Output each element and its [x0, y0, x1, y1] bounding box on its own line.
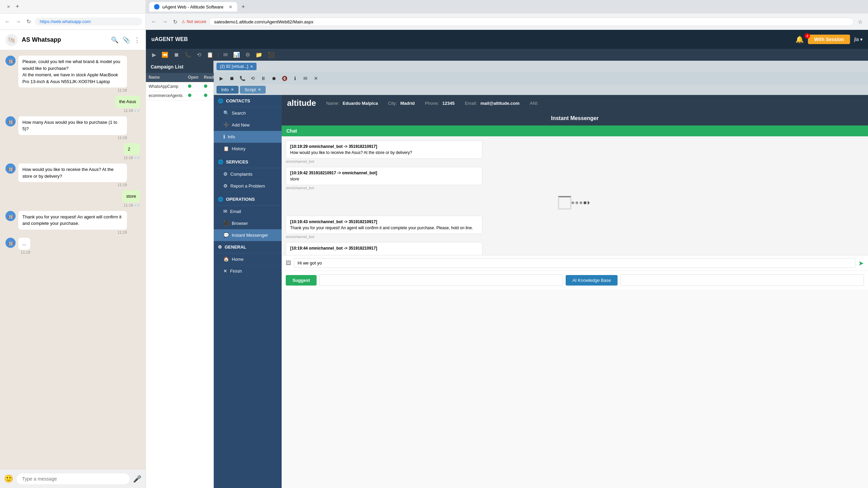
nav-forward[interactable]: → [14, 17, 22, 26]
message-time: 11:19 [18, 230, 127, 234]
with-session-button[interactable]: With Session [808, 35, 850, 44]
table-row[interactable]: ecommerceAgents [146, 91, 219, 100]
ai-result-area[interactable] [620, 274, 864, 286]
sidebar-item-search[interactable]: 🔍 Search [214, 107, 282, 119]
back-icon[interactable]: ← [150, 17, 158, 26]
msg-text: Thank you for your request! An agent wil… [290, 226, 473, 230]
tool-btn-3[interactable]: ⏹ [172, 51, 181, 59]
mute-icon[interactable]: 🔇 [280, 74, 289, 83]
browser-tab-bar: uAgent Web - Altitude Software ✕ + [146, 0, 868, 14]
tool-btn-9[interactable]: ⚙ [243, 50, 252, 59]
whatsapp-message-input[interactable] [17, 473, 130, 484]
tab-favicon [154, 4, 159, 9]
action-toolbar: ▶ ⏹ 📞 ⟲ ⏸ ⏺ 🔇 ℹ ✉ ✕ [214, 72, 868, 84]
send-button[interactable]: ➤ [858, 259, 864, 267]
whatsapp-tab-close[interactable]: ✕ [7, 4, 10, 9]
tool-btn-1[interactable]: ▶ [150, 50, 158, 59]
sidebar-item-finish[interactable]: ✕ Finish [214, 265, 282, 277]
ai-knowledge-base-button[interactable]: AI Knowledge Base [566, 275, 618, 286]
services-section: 🌐 SERVICES [214, 156, 282, 168]
tool-btn-6[interactable]: 📋 [205, 50, 215, 59]
tool-btn-8[interactable]: 📊 [231, 50, 242, 59]
info-icon[interactable]: ℹ [290, 74, 300, 83]
tool-btn-10[interactable]: 📁 [253, 50, 264, 59]
campaign-panel: Campaign List Name Open Ready WhatsAppCa… [146, 61, 214, 488]
tool-btn-2[interactable]: ⏪ [159, 50, 170, 59]
message-bubble: the Asus [115, 96, 140, 108]
notification-bell-icon[interactable]: 🔔 [795, 36, 804, 43]
new-tab-icon[interactable]: + [239, 3, 248, 11]
sidebar-item-home[interactable]: 🏠 Home [214, 253, 282, 265]
nav-reload[interactable]: ↻ [25, 17, 32, 26]
tab-script[interactable]: Script ✕ [240, 86, 266, 94]
new-tab-btn[interactable]: + [16, 3, 19, 10]
script-tab-close[interactable]: ✕ [258, 87, 261, 92]
sidebar-item-instant-messenger[interactable]: 💬 Instant Messenger [214, 229, 282, 241]
message-bubble: [10:19:29 omnichannel_bot -> 35191821091… [286, 140, 483, 159]
message-bubble: [10:19:43 omnichannel_bot -> 35191821091… [286, 216, 483, 234]
attachment-icon[interactable]: 📎 [122, 36, 130, 44]
list-item: 2 11:19 ✓✓ [5, 143, 140, 160]
campaign-open-status [185, 82, 201, 91]
sidebar-item-history[interactable]: 📋 History [214, 143, 282, 155]
search-icon[interactable]: 🔍 [111, 36, 118, 44]
menu-icon[interactable]: ⋮ [134, 36, 140, 44]
contacts-email-label: Email [230, 209, 241, 214]
info-tab-close[interactable]: ✕ [231, 87, 234, 92]
session-tab[interactable]: (2) 92 [virtual...] ✕ [216, 63, 257, 70]
list-item: [10:19:43 omnichannel_bot -> 35191821091… [286, 216, 864, 239]
email-icon[interactable]: ✉ [301, 74, 310, 83]
emoji-icon[interactable]: 🙂 [4, 474, 13, 483]
phone-icon[interactable]: 📞 [238, 74, 247, 83]
list-item: 🤖 Thank you for your request! An agent w… [5, 211, 140, 234]
bookmark-icon[interactable]: ☆ [856, 17, 864, 26]
dot-3 [580, 201, 582, 204]
uagent-header: uAGENT WEB 🔔 4 With Session jla ▾ [146, 30, 868, 49]
tab-close-btn[interactable]: ✕ [229, 4, 232, 9]
tool-btn-7[interactable]: ✉ [221, 50, 230, 59]
nav-back[interactable]: ← [3, 17, 12, 26]
whatsapp-tab[interactable]: ✕ [3, 3, 14, 11]
close-icon[interactable]: ✕ [311, 74, 321, 83]
im-panel: altitude Name: Eduardo Malpica City: Mad… [282, 95, 868, 488]
stop-icon[interactable]: ⏹ [227, 74, 237, 83]
tab-info[interactable]: Info ✕ [216, 86, 239, 94]
tool-btn-11[interactable]: ⬛ [266, 50, 277, 59]
list-item: 🤖 How many Asus would you like to purcha… [5, 116, 140, 140]
session-tab-close[interactable]: ✕ [250, 64, 253, 69]
transfer-icon[interactable]: ⟲ [248, 74, 258, 83]
record-icon[interactable]: ⏺ [269, 74, 279, 83]
sidebar-item-browser[interactable]: ⬛ Browser [214, 217, 282, 229]
sidebar-item-add-new[interactable]: ➕ Add New [214, 119, 282, 131]
browser-url-bar[interactable]: salesdemo1.altitude.com/uAgentWeb82/Main… [209, 18, 854, 26]
play-icon[interactable]: ▶ [216, 74, 226, 83]
avatar: 🤖 [5, 211, 16, 221]
message-time: 11:19 [18, 136, 127, 140]
contacts-home-label: Home [232, 257, 244, 262]
suggest-button[interactable]: Suggest [286, 275, 317, 286]
tool-btn-5[interactable]: ⟲ [195, 50, 203, 59]
browser-icon: ⬛ [223, 220, 229, 226]
microphone-icon[interactable]: 🎤 [133, 475, 141, 483]
sidebar-item-info[interactable]: ℹ Info [214, 131, 282, 143]
main-toolbar: ▶ ⏪ ⏹ 📞 ⟲ 📋 ✉ 📊 ⚙ 📁 ⬛ [146, 49, 868, 61]
list-item: [10:19:42 351918210917 -> omnichannel_bo… [286, 167, 864, 190]
forward-icon[interactable]: → [161, 17, 169, 26]
reload-icon[interactable]: ↻ [172, 17, 179, 26]
im-chat-header: Chat [282, 125, 868, 136]
sidebar-item-email[interactable]: ✉ Email [214, 206, 282, 217]
im-message-input[interactable] [294, 258, 855, 268]
hold-icon[interactable]: ⏸ [259, 74, 268, 83]
spinner-icon [558, 196, 571, 210]
image-attach-icon[interactable]: 🖼 [286, 260, 291, 266]
message-sender: omnichannel_bot [286, 159, 864, 163]
table-row[interactable]: WhatsAppCamp [146, 82, 219, 91]
sidebar-item-complaints[interactable]: ⚙ Complaints [214, 168, 282, 180]
whatsapp-url[interactable]: https://web.whatsapp.com [35, 18, 142, 25]
suggest-result-area[interactable] [319, 274, 563, 286]
contacts-search-label: Search [232, 111, 246, 116]
uagent-browser-tab[interactable]: uAgent Web - Altitude Software ✕ [149, 2, 237, 12]
sidebar-item-report-problem[interactable]: ⚙ Report a Problem [214, 180, 282, 192]
tool-btn-4[interactable]: 📞 [183, 50, 193, 59]
user-menu-button[interactable]: jla ▾ [854, 37, 863, 42]
